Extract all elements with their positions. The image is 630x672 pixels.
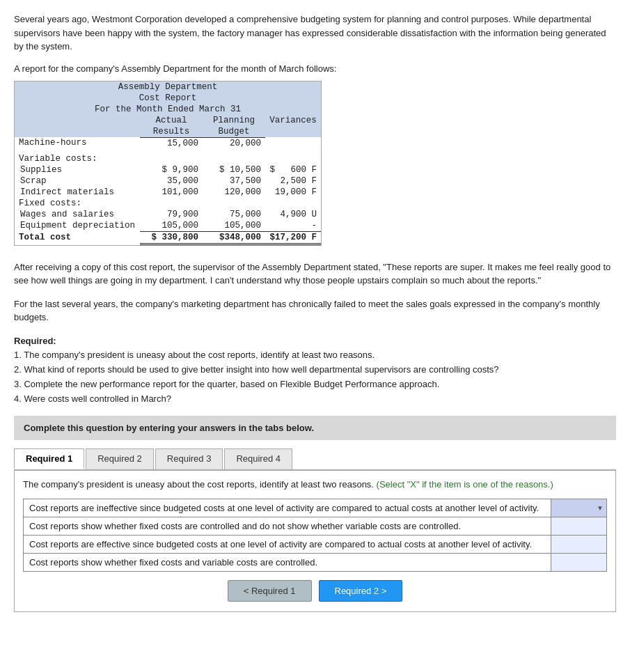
machine-hours-label: Machine-hours: [15, 137, 140, 149]
required-item-2: 2. What kind of reports should be used t…: [14, 364, 499, 375]
equipment-planning: 105,000: [203, 220, 265, 232]
wages-variance: 4,900 U: [265, 209, 321, 220]
answer-row-2-text: Cost reports show whether fixed costs ar…: [24, 517, 551, 535]
answer-row-4-cell[interactable]: [551, 553, 607, 571]
scrap-planning: 37,500: [203, 175, 265, 187]
total-cost-label: Total cost: [15, 231, 140, 244]
instruction-select: (Select "X" if the item is one of the re…: [377, 479, 553, 490]
scrap-variance: 2,500 F: [265, 175, 321, 187]
equipment-label: Equipment depreciation: [15, 220, 140, 232]
answer-row-1-text: Cost reports are ineffective since budge…: [24, 499, 551, 517]
indirect-label: Indirect materials: [15, 187, 140, 198]
report-title1: Assembly Department: [15, 81, 321, 93]
answer-row-3-cell[interactable]: [551, 535, 607, 553]
report-title2: Cost Report: [15, 93, 321, 104]
intro-paragraph2: A report for the company's Assembly Depa…: [14, 63, 616, 74]
wages-planning: 75,000: [203, 209, 265, 220]
fixed-costs-label: Fixed costs:: [15, 198, 321, 209]
col-actual: Actual: [140, 115, 203, 126]
report-title3: For the Month Ended March 31: [15, 104, 321, 115]
equipment-variance: -: [265, 220, 321, 232]
col-variances: Variances: [265, 115, 321, 126]
wages-actual: 79,900: [140, 209, 203, 220]
tab-instruction: The company's president is uneasy about …: [23, 478, 607, 492]
equipment-actual: 105,000: [140, 220, 203, 232]
col-budget: Budget: [203, 126, 265, 138]
cost-report-table: Assembly Department Cost Report For the …: [14, 81, 322, 246]
indirect-planning: 120,000: [203, 187, 265, 198]
required-item-1: 1. The company's president is uneasy abo…: [14, 350, 375, 360]
complete-box-text: Complete this question by entering your …: [24, 423, 314, 433]
total-planning: $348,000: [203, 231, 265, 244]
scrap-label: Scrap: [15, 175, 140, 187]
supplies-planning: $ 10,500: [203, 164, 265, 175]
variable-costs-label: Variable costs:: [15, 153, 321, 164]
nav-buttons: < Required 1 Required 2 >: [23, 580, 607, 602]
answer-row-4: Cost reports show whether fixed costs an…: [24, 553, 607, 571]
wages-label: Wages and salaries: [15, 209, 140, 220]
instruction-main: The company's president is uneasy about …: [23, 479, 374, 490]
answer-row-3: Cost reports are effective since budgete…: [24, 535, 607, 553]
complete-box: Complete this question by entering your …: [14, 416, 616, 440]
indirect-variance: 19,000 F: [265, 187, 321, 198]
intro-paragraph1: Several years ago, Westmont Corporation …: [14, 13, 616, 54]
required-section: Required: 1. The company's president is …: [14, 334, 616, 407]
supplies-variance: $ 600 F: [265, 164, 321, 175]
answer-row-1-cell[interactable]: ▼: [551, 499, 607, 517]
tab-required4[interactable]: Required 4: [224, 448, 292, 469]
answer-table: Cost reports are ineffective since budge…: [23, 499, 607, 572]
answer-row-3-text: Cost reports are effective since budgete…: [24, 535, 551, 553]
marketing-paragraph: For the last several years, the company'…: [14, 297, 616, 325]
next-button[interactable]: Required 2 >: [319, 580, 403, 602]
machine-hours-actual: 15,000: [140, 137, 203, 149]
required-title: Required:: [14, 336, 56, 346]
col-results: Results: [140, 126, 203, 138]
tab-required2[interactable]: Required 2: [86, 448, 154, 469]
answer-row-2: Cost reports show whether fixed costs ar…: [24, 517, 607, 535]
indirect-actual: 101,000: [140, 187, 203, 198]
required-item-3: 3. Complete the new performance report f…: [14, 379, 439, 389]
tab-required3[interactable]: Required 3: [155, 448, 223, 469]
required-item-4: 4. Were costs well controlled in March?: [14, 393, 171, 404]
scrap-actual: 35,000: [140, 175, 203, 187]
total-actual: $ 330,800: [140, 231, 203, 244]
tab-required1[interactable]: Required 1: [14, 448, 84, 469]
after-paragraph1: After receiving a copy of this cost repo…: [14, 260, 616, 288]
machine-hours-planning: 20,000: [203, 137, 265, 149]
answer-row-1: Cost reports are ineffective since budge…: [24, 499, 607, 517]
supplies-label: Supplies: [15, 164, 140, 175]
tabs-row: Required 1 Required 2 Required 3 Require…: [14, 448, 616, 471]
col-planning: Planning: [203, 115, 265, 126]
prev-button[interactable]: < Required 1: [228, 580, 312, 602]
tab-content-required1: The company's president is uneasy about …: [14, 471, 616, 612]
answer-row-2-cell[interactable]: [551, 517, 607, 535]
supplies-actual: $ 9,900: [140, 164, 203, 175]
answer-row-4-text: Cost reports show whether fixed costs an…: [24, 553, 551, 571]
total-variance: $17,200 F: [265, 231, 321, 244]
dropdown-arrow-1: ▼: [597, 504, 604, 512]
